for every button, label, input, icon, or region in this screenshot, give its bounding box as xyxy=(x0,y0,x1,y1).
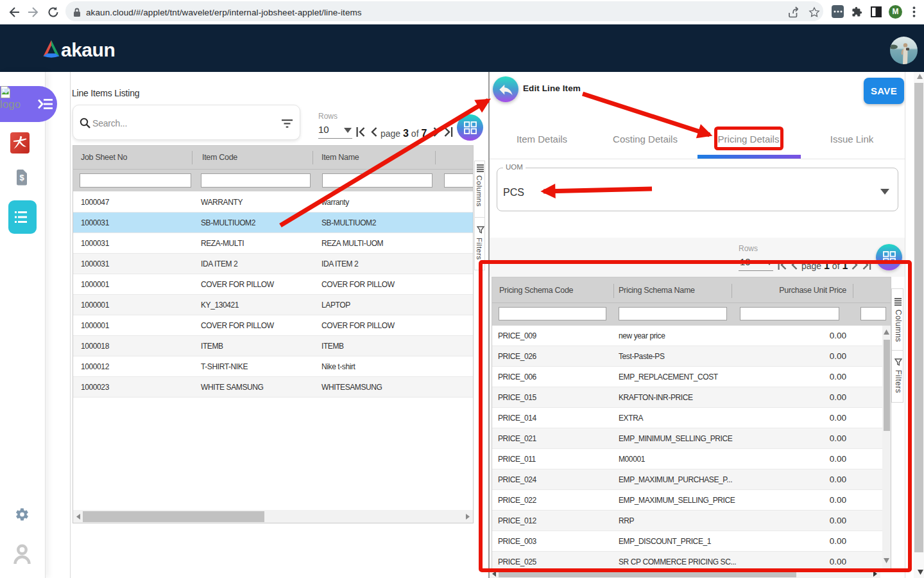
svg-text:$: $ xyxy=(19,173,24,182)
